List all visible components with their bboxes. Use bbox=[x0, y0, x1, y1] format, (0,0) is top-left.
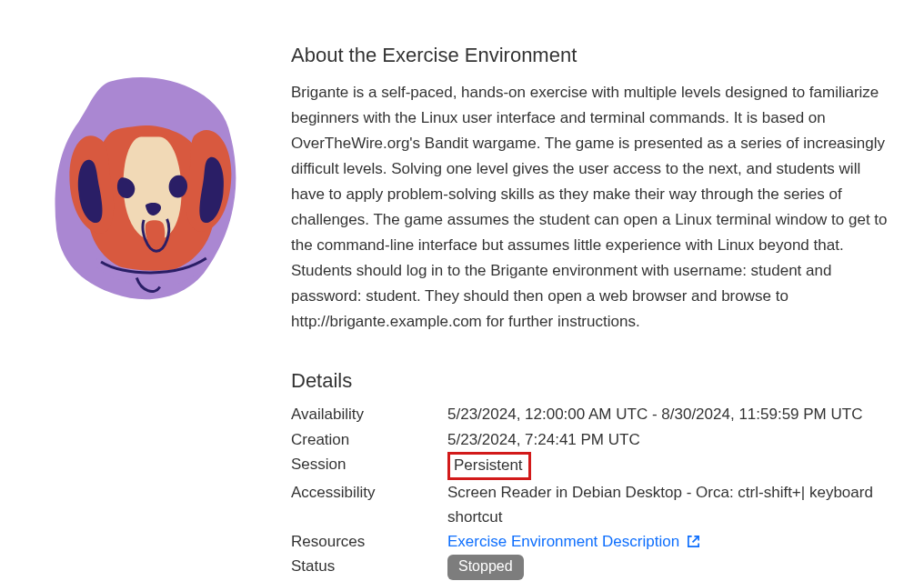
exercise-avatar bbox=[45, 73, 255, 305]
detail-row-status: Status Stopped bbox=[291, 554, 888, 579]
detail-row-accessibility: Accessibility Screen Reader in Debian De… bbox=[291, 480, 888, 529]
detail-value: Screen Reader in Debian Desktop - Orca: … bbox=[447, 480, 888, 529]
details-heading: Details bbox=[291, 369, 888, 393]
detail-row-creation: Creation 5/23/2024, 7:24:41 PM UTC bbox=[291, 427, 888, 452]
detail-label: Accessibility bbox=[291, 480, 447, 505]
detail-value: Stopped bbox=[447, 554, 888, 579]
detail-value: 5/23/2024, 12:00:00 AM UTC - 8/30/2024, … bbox=[447, 402, 888, 426]
detail-value: Persistent bbox=[447, 452, 888, 480]
detail-row-resources: Resources Exercise Environment Descripti… bbox=[291, 529, 888, 554]
resource-link[interactable]: Exercise Environment Description bbox=[447, 529, 700, 554]
detail-label: Session bbox=[291, 452, 447, 476]
detail-row-availability: Availability 5/23/2024, 12:00:00 AM UTC … bbox=[291, 402, 888, 426]
detail-row-session: Session Persistent bbox=[291, 452, 888, 480]
detail-value: Exercise Environment Description bbox=[447, 529, 888, 554]
external-link-icon bbox=[687, 535, 700, 548]
details-section: Details Availability 5/23/2024, 12:00:00… bbox=[291, 369, 888, 579]
detail-label: Resources bbox=[291, 529, 447, 554]
detail-label: Status bbox=[291, 554, 447, 578]
session-highlight: Persistent bbox=[447, 452, 531, 480]
dog-avatar-icon bbox=[45, 73, 255, 305]
resource-link-text: Exercise Environment Description bbox=[447, 529, 679, 554]
detail-label: Creation bbox=[291, 427, 447, 452]
sidebar-avatar-column bbox=[45, 44, 291, 581]
status-badge: Stopped bbox=[447, 555, 524, 579]
about-heading: About the Exercise Environment bbox=[291, 44, 888, 67]
about-body: Brigante is a self-paced, hands-on exerc… bbox=[291, 80, 888, 335]
detail-value: 5/23/2024, 7:24:41 PM UTC bbox=[447, 427, 888, 452]
detail-label: Availability bbox=[291, 402, 447, 426]
main-content: About the Exercise Environment Brigante … bbox=[291, 44, 888, 581]
